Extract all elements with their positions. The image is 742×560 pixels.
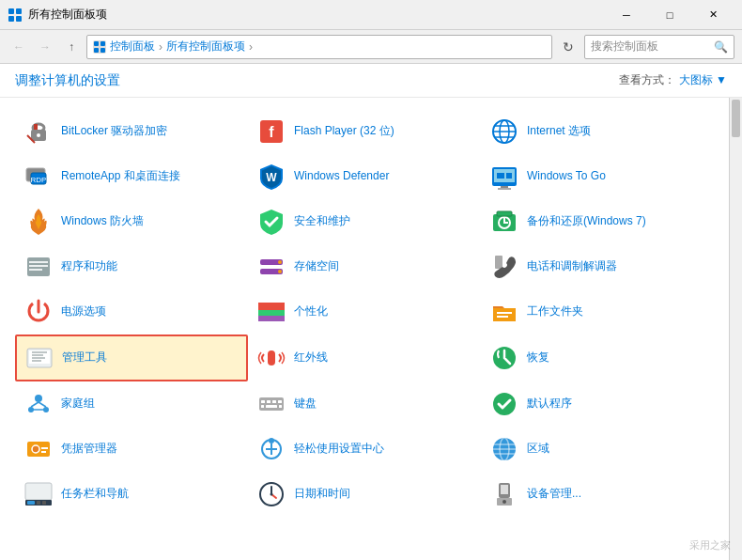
item-label-internet: Internet 选项	[527, 124, 591, 139]
svg-rect-7	[100, 48, 105, 53]
svg-rect-61	[259, 397, 284, 411]
easeofaccess-icon	[256, 434, 286, 464]
item-label-personalize: 个性化	[294, 304, 328, 319]
search-icon: 🔍	[714, 40, 728, 54]
up-button[interactable]: ↑	[60, 36, 83, 58]
view-selector: 查看方式： 大图标 ▼	[619, 72, 727, 88]
grid-item-bitlocker[interactable]: BitLocker 驱动器加密	[15, 109, 248, 154]
svg-rect-83	[25, 483, 52, 500]
grid-item-power[interactable]: 电源选项	[15, 289, 248, 334]
grid-item-infrared[interactable]: 红外线	[248, 334, 481, 381]
grid-item-easeofaccess[interactable]: 轻松使用设置中心	[248, 427, 481, 472]
breadcrumb-sep: ›	[159, 40, 162, 54]
svg-point-71	[32, 445, 39, 453]
grid-item-defaultapps[interactable]: 默认程序	[481, 381, 714, 427]
grid-item-internet[interactable]: Internet 选项	[481, 109, 714, 154]
grid-item-storage[interactable]: 存储空间	[248, 244, 481, 289]
svg-rect-40	[495, 256, 502, 269]
defender-icon: W	[256, 162, 286, 192]
item-label-windowstogo: Windows To Go	[527, 169, 606, 184]
scrollbar[interactable]	[729, 98, 742, 560]
defaultapps-icon	[489, 389, 519, 419]
svg-point-55	[35, 395, 42, 402]
grid-item-recovery[interactable]: 恢复	[481, 334, 714, 381]
item-label-defaultapps: 默认程序	[527, 397, 572, 412]
grid-item-backup7[interactable]: 备份和还原(Windows 7)	[481, 199, 714, 244]
item-label-firewall: Windows 防火墙	[61, 214, 144, 229]
scroll-thumb[interactable]	[732, 100, 740, 137]
bitlocker-icon	[23, 117, 54, 147]
back-button[interactable]: ←	[8, 36, 30, 58]
grid-item-securitymaint[interactable]: 安全和维护	[248, 199, 481, 244]
grid-item-region[interactable]: 区域	[481, 427, 714, 472]
search-box[interactable]: 搜索控制面板 🔍	[584, 35, 734, 59]
svg-point-39	[278, 270, 282, 273]
svg-rect-62	[261, 400, 265, 403]
internet-icon	[489, 117, 519, 147]
svg-rect-43	[258, 310, 285, 316]
grid-item-flash[interactable]: fFlash Player (32 位)	[248, 109, 481, 154]
svg-rect-28	[506, 173, 512, 179]
devicemgr-icon	[489, 479, 519, 509]
maximize-button[interactable]: □	[648, 0, 691, 30]
grid-item-windowstogo[interactable]: Windows To Go	[481, 154, 714, 199]
title-bar: 所有控制面板项 ─ □ ✕	[0, 0, 742, 30]
item-label-region: 区域	[527, 442, 549, 457]
content-wrapper: BitLocker 驱动器加密fFlash Player (32 位)Inter…	[0, 98, 742, 560]
svg-rect-67	[266, 405, 277, 408]
svg-line-58	[31, 402, 39, 407]
breadcrumb-root[interactable]: 控制面板	[110, 39, 155, 54]
security-icon	[256, 207, 286, 237]
address-field[interactable]: 控制面板 › 所有控制面板项 ›	[86, 35, 552, 59]
item-label-programs: 程序和功能	[61, 259, 117, 274]
window-icon	[8, 8, 23, 23]
item-label-remoteapp: RemoteApp 和桌面连接	[61, 169, 180, 184]
item-label-recovery: 恢复	[527, 350, 549, 366]
grid-item-credentials[interactable]: 凭据管理器	[15, 427, 248, 472]
grid-item-admintool[interactable]: 管理工具	[15, 334, 248, 381]
svg-rect-85	[27, 501, 35, 505]
grid-item-homegroup[interactable]: 家庭组	[15, 381, 248, 427]
svg-rect-42	[258, 303, 285, 310]
item-label-defender: Windows Defender	[294, 169, 389, 184]
item-label-datetime: 日期和时间	[294, 487, 350, 502]
window-controls: ─ □ ✕	[605, 0, 734, 30]
close-button[interactable]: ✕	[691, 0, 734, 30]
toolbar: 调整计算机的设置 查看方式： 大图标 ▼	[0, 64, 742, 98]
grid-item-workfolder[interactable]: 工作文件夹	[481, 289, 714, 334]
programs-icon	[23, 252, 54, 282]
flash-icon: f	[256, 117, 286, 147]
svg-rect-68	[279, 405, 282, 408]
watermark: 采用之家	[689, 538, 731, 552]
grid-item-programs[interactable]: 程序和功能	[15, 244, 248, 289]
svg-rect-93	[501, 485, 508, 494]
svg-rect-2	[8, 16, 14, 22]
window-title: 所有控制面板项	[28, 7, 605, 23]
svg-rect-35	[29, 269, 42, 271]
forward-button[interactable]: →	[34, 36, 56, 58]
svg-rect-1	[16, 8, 22, 14]
item-label-credentials: 凭据管理器	[61, 442, 117, 457]
grid-item-keyboard[interactable]: 键盘	[248, 381, 481, 427]
svg-rect-65	[278, 400, 282, 403]
grid-item-taskbar[interactable]: 任务栏和导航	[15, 472, 248, 517]
breadcrumb-current[interactable]: 所有控制面板项	[166, 39, 245, 54]
svg-rect-5	[100, 41, 105, 46]
refresh-button[interactable]: ↻	[556, 35, 580, 59]
grid-item-personalize[interactable]: 个性化	[248, 289, 481, 334]
svg-rect-26	[498, 188, 511, 190]
view-current[interactable]: 大图标 ▼	[679, 72, 727, 88]
svg-rect-86	[37, 501, 40, 505]
svg-rect-63	[267, 400, 271, 403]
grid-item-datetime[interactable]: 日期和时间	[248, 472, 481, 517]
grid-item-devicemgr[interactable]: 设备管理...	[481, 472, 714, 517]
grid-item-remoteapp[interactable]: RDPRemoteApp 和桌面连接	[15, 154, 248, 199]
item-label-securitymaint: 安全和维护	[294, 214, 350, 229]
svg-text:W: W	[266, 171, 277, 184]
minimize-button[interactable]: ─	[605, 0, 648, 30]
grid-item-firewall[interactable]: Windows 防火墙	[15, 199, 248, 244]
svg-rect-44	[258, 316, 285, 321]
grid-item-phone[interactable]: 电话和调制解调器	[481, 244, 714, 289]
grid-item-defender[interactable]: WWindows Defender	[248, 154, 481, 199]
taskbar-icon	[23, 479, 54, 509]
